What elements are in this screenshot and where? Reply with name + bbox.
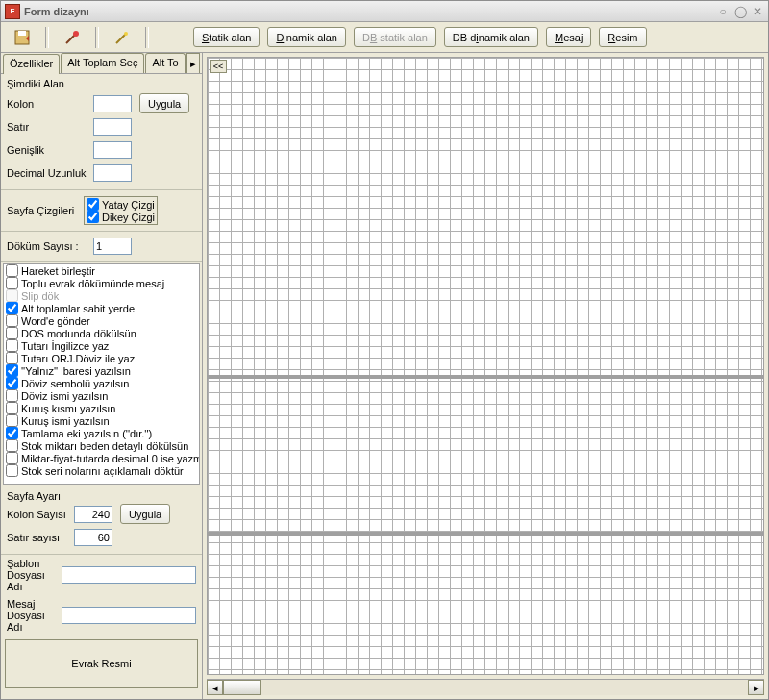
checklist-label: Hareket birleştir [21, 265, 95, 277]
checklist-checkbox [6, 289, 18, 302]
checklist-checkbox[interactable] [6, 427, 18, 439]
kolon-label: Kolon [7, 98, 93, 110]
scroll-thumb[interactable] [223, 680, 261, 695]
satir-sayisi-input[interactable] [74, 529, 112, 546]
window: F Form dizaynı ○ ◯ ✕ Statik alan Dinamik… [0, 0, 769, 700]
checklist-label: Word'e gönder [21, 315, 90, 327]
sablon-label: Şablon Dosyası Adı [7, 558, 58, 592]
uygula-sayfa-button[interactable]: Uygula [120, 504, 170, 524]
titlebar: F Form dizaynı ○ ◯ ✕ [1, 1, 768, 22]
checklist-item: ''Yalnız'' ibaresi yazılsın [4, 364, 199, 377]
sayfa-ayari-group: Sayfa Ayarı Kolon Sayısı Satır sayısı Uy… [1, 487, 202, 555]
minimize-icon[interactable]: ○ [716, 5, 730, 18]
options-checklist[interactable]: Hareket birleştirToplu evrak dökümünde m… [3, 263, 200, 485]
checklist-item: Miktar-fiyat-tutarda desimal 0 ise yazma [4, 452, 199, 464]
maximize-icon[interactable]: ◯ [733, 5, 747, 18]
checklist-item: Alt toplamlar sabit yerde [4, 302, 199, 314]
checklist-label: Stok miktarı beden detaylı dökülsün [21, 440, 188, 452]
checklist-checkbox[interactable] [6, 389, 18, 402]
scroll-left-icon[interactable]: ◂ [207, 680, 223, 695]
wand-yellow-icon[interactable] [107, 26, 137, 49]
wand-red-icon[interactable] [57, 26, 87, 49]
tab-ozellikler[interactable]: Özellikler [3, 54, 60, 74]
checklist-item: Toplu evrak dökümünde mesaj [4, 277, 199, 289]
checklist-checkbox[interactable] [6, 464, 18, 477]
checklist-label: DOS modunda dökülsün [21, 328, 136, 339]
checklist-item: Hareket birleştir [4, 264, 199, 277]
sayfa-cizgileri-group: Sayfa Çizgileri Yatay Çizgi Dikey Çizgi [1, 190, 202, 232]
checklist-label: ''Yalnız'' ibaresi yazılsın [21, 365, 131, 377]
checklist-checkbox[interactable] [6, 402, 18, 414]
section-divider-2[interactable] [208, 532, 764, 536]
save-icon[interactable] [7, 26, 37, 49]
checklist-checkbox[interactable] [6, 452, 18, 464]
checklist-checkbox[interactable] [6, 264, 18, 277]
satir-sayisi-label: Satır sayısı [7, 532, 74, 543]
mesaj-row: Mesaj Dosyası Adı [1, 595, 202, 636]
checklist-label: Tutarı İngilizce yaz [21, 340, 109, 352]
app-icon: F [5, 4, 20, 19]
design-canvas[interactable]: << [207, 57, 764, 675]
tab-scroll-right[interactable]: ▸ [186, 53, 200, 73]
mesaj-button[interactable]: Mesaj [546, 27, 591, 47]
checklist-checkbox[interactable] [6, 352, 18, 364]
checklist-checkbox[interactable] [6, 414, 18, 427]
resim-button[interactable]: Resim [599, 27, 646, 47]
evrak-resmi-group: Evrak Resmi [1, 636, 202, 691]
db-statik-alan-button[interactable]: DB statik alan [354, 27, 436, 47]
dokum-sayisi-input[interactable] [93, 238, 132, 255]
collapse-button[interactable]: << [210, 60, 227, 73]
checklist-item: Kuruş ismi yazılsın [4, 414, 199, 427]
dikey-cizgi-checkbox[interactable] [87, 211, 99, 223]
checklist-item: DOS modunda dökülsün [4, 327, 199, 339]
checklist-checkbox[interactable] [6, 439, 18, 452]
genislik-input[interactable] [93, 141, 132, 159]
satir-input[interactable] [93, 118, 132, 136]
checklist-checkbox[interactable] [6, 364, 18, 377]
mesaj-dosyasi-input[interactable] [62, 607, 196, 624]
canvas-area: << ◂ ▸ [203, 53, 768, 699]
horizontal-scrollbar[interactable]: ◂ ▸ [207, 679, 764, 695]
sayfa-cizgileri-label: Sayfa Çizgileri [7, 205, 84, 216]
checklist-checkbox[interactable] [6, 277, 18, 289]
checklist-checkbox[interactable] [6, 327, 18, 339]
svg-point-3 [73, 31, 79, 37]
checklist-item: Döviz sembolü yazılsın [4, 377, 199, 389]
checklist-checkbox[interactable] [6, 377, 18, 389]
checklist-item: Tutarı İngilizce yaz [4, 339, 199, 352]
kolon-input[interactable] [93, 95, 132, 112]
svg-rect-1 [18, 31, 26, 36]
tab-alt-to[interactable]: Alt To [145, 53, 185, 73]
yatay-cizgi-checkbox[interactable] [87, 198, 99, 211]
checklist-checkbox[interactable] [6, 314, 18, 327]
mesaj-dosyasi-label: Mesaj Dosyası Adı [7, 598, 58, 633]
simdiki-alan-group: Şimdiki Alan Kolon Satır Genişlik Decima… [1, 74, 202, 190]
svg-line-4 [116, 34, 126, 43]
checklist-label: Tutarı ORJ.Döviz ile yaz [21, 353, 135, 364]
checklist-checkbox[interactable] [6, 302, 18, 314]
checklist-checkbox[interactable] [6, 339, 18, 352]
toolbar: Statik alan Dinamik alan DB statik alan … [1, 22, 768, 53]
left-panel: Özellikler Alt Toplam Seç Alt To ▸ Şimdi… [1, 53, 203, 699]
db-dinamik-alan-button[interactable]: DB dinamik alan [444, 27, 538, 47]
kolon-sayisi-input[interactable] [74, 506, 112, 523]
tab-alt-toplam-sec[interactable]: Alt Toplam Seç [61, 53, 144, 73]
checklist-label: Döviz sembolü yazılsın [21, 378, 130, 389]
window-title: Form dizaynı [24, 6, 716, 17]
dinamik-alan-button[interactable]: Dinamik alan [267, 27, 346, 47]
sablon-input[interactable] [62, 566, 196, 584]
kolon-sayisi-label: Kolon Sayısı [7, 509, 74, 520]
checklist-label: Stok seri nolarını açıklamalı döktür [21, 465, 184, 477]
satir-label: Satır [7, 121, 93, 133]
statik-alan-button[interactable]: Statik alan [193, 27, 260, 47]
evrak-resmi-box[interactable]: Evrak Resmi [5, 639, 198, 688]
grid-background [208, 58, 764, 675]
close-icon[interactable]: ✕ [751, 5, 764, 18]
section-divider-1[interactable] [208, 375, 764, 379]
scroll-right-icon[interactable]: ▸ [748, 680, 764, 695]
uygula-field-button[interactable]: Uygula [139, 93, 189, 113]
decimal-input[interactable] [93, 164, 132, 182]
checklist-item: Word'e gönder [4, 314, 199, 327]
checklist-item: Kuruş kısmı yazılsın [4, 402, 199, 414]
checklist-label: Miktar-fiyat-tutarda desimal 0 ise yazma [21, 453, 199, 464]
